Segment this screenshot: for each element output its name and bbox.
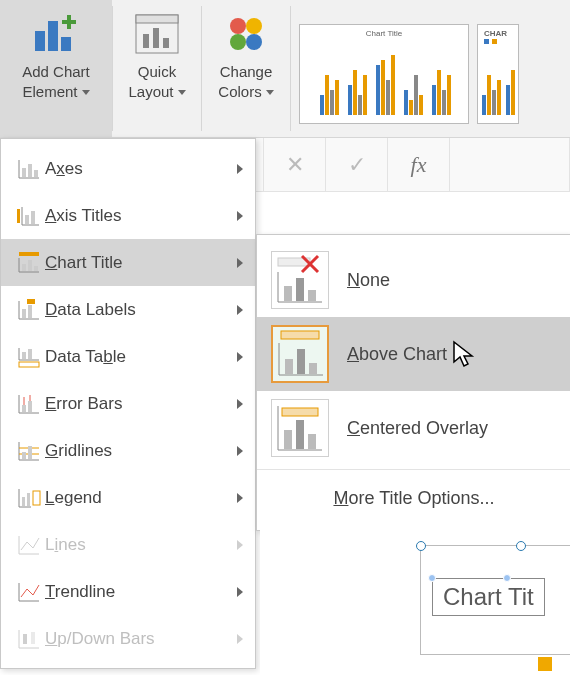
svg-rect-50 <box>19 252 39 256</box>
svg-rect-53 <box>22 264 26 271</box>
chart-style-thumb-1[interactable]: Chart Title <box>299 24 469 124</box>
svg-rect-65 <box>19 362 39 367</box>
svg-rect-55 <box>34 266 38 271</box>
svg-rect-60 <box>27 299 35 304</box>
menu-separator <box>257 469 570 470</box>
chevron-right-icon <box>237 493 243 503</box>
change-colors-button[interactable]: Change Colors <box>202 0 290 137</box>
menu-item-data-table[interactable]: Data Table <box>1 333 255 380</box>
chart-style-thumb-2[interactable]: CHAR <box>477 24 519 124</box>
svg-rect-7 <box>143 34 149 48</box>
chevron-down-icon <box>266 90 274 95</box>
svg-rect-18 <box>348 85 352 115</box>
formula-input[interactable] <box>450 138 570 191</box>
error-bars-icon <box>13 393 45 415</box>
legend-icon <box>13 487 45 509</box>
svg-rect-17 <box>335 80 339 115</box>
add-chart-element-label-1: Add Chart <box>22 62 90 82</box>
menu-item-legend[interactable]: Legend <box>1 474 255 521</box>
svg-rect-77 <box>28 446 32 459</box>
svg-rect-33 <box>447 75 451 115</box>
chart-title-box[interactable]: Chart Tit <box>432 578 545 616</box>
svg-rect-102 <box>285 359 293 374</box>
cancel-icon: ✕ <box>264 138 326 191</box>
svg-rect-37 <box>497 80 501 115</box>
submenu-item-more-options[interactable]: More Title Options... <box>257 474 570 522</box>
svg-rect-96 <box>284 286 292 301</box>
svg-rect-108 <box>296 420 304 449</box>
svg-rect-89 <box>23 634 27 644</box>
svg-rect-44 <box>34 170 38 177</box>
add-chart-element-icon <box>6 6 106 62</box>
svg-rect-58 <box>22 309 26 318</box>
svg-rect-99 <box>281 331 319 339</box>
svg-rect-81 <box>27 493 30 506</box>
trendline-icon <box>13 581 45 603</box>
svg-rect-20 <box>358 95 362 115</box>
svg-rect-104 <box>309 363 317 374</box>
change-colors-icon <box>208 6 284 62</box>
svg-rect-16 <box>330 90 334 115</box>
svg-rect-25 <box>391 55 395 115</box>
svg-rect-49 <box>31 211 35 224</box>
chevron-right-icon <box>237 634 243 644</box>
svg-rect-98 <box>308 290 316 301</box>
svg-rect-39 <box>511 70 515 115</box>
quick-layout-label-1: Quick <box>128 62 185 82</box>
chart-legend-swatch <box>538 657 552 671</box>
svg-rect-107 <box>284 430 292 449</box>
menu-item-trendline[interactable]: Trendline <box>1 568 255 615</box>
svg-rect-14 <box>320 95 324 115</box>
enter-icon: ✓ <box>326 138 388 191</box>
menu-item-axis-titles[interactable]: Axis Titles <box>1 192 255 239</box>
svg-rect-43 <box>28 164 32 177</box>
svg-rect-34 <box>482 95 486 115</box>
svg-rect-21 <box>363 75 367 115</box>
chart-title-text: Chart Tit <box>443 583 534 610</box>
svg-rect-63 <box>22 352 26 359</box>
add-chart-element-button[interactable]: Add Chart Element <box>0 0 112 137</box>
svg-point-10 <box>230 18 246 34</box>
svg-rect-82 <box>33 491 40 505</box>
chevron-right-icon <box>237 446 243 456</box>
svg-rect-0 <box>35 31 45 51</box>
svg-rect-30 <box>432 85 436 115</box>
chart-style-gallery: Chart Title CHAR <box>291 0 519 137</box>
submenu-item-above-chart[interactable]: Above Chart <box>257 317 570 391</box>
menu-item-chart-title[interactable]: Chart Title <box>1 239 255 286</box>
menu-item-data-labels[interactable]: Data Labels <box>1 286 255 333</box>
svg-point-12 <box>230 34 246 50</box>
svg-rect-15 <box>325 75 329 115</box>
menu-item-error-bars[interactable]: Error Bars <box>1 380 255 427</box>
svg-rect-8 <box>153 28 159 48</box>
chevron-down-icon <box>82 90 90 95</box>
data-labels-icon <box>13 299 45 321</box>
svg-rect-90 <box>31 632 35 644</box>
menu-item-gridlines[interactable]: Gridlines <box>1 427 255 474</box>
svg-rect-24 <box>386 80 390 115</box>
submenu-item-none[interactable]: None <box>257 243 570 317</box>
add-chart-element-label-2: Element <box>22 82 77 102</box>
menu-item-axes[interactable]: Axes <box>1 145 255 192</box>
svg-rect-35 <box>487 75 491 115</box>
chevron-right-icon <box>237 258 243 268</box>
axes-icon <box>13 158 45 180</box>
quick-layout-button[interactable]: Quick Layout <box>113 0 201 137</box>
chevron-right-icon <box>237 164 243 174</box>
quick-layout-icon <box>119 6 195 62</box>
menu-item-updown-bars: Up/Down Bars <box>1 615 255 662</box>
svg-point-11 <box>246 18 262 34</box>
updown-bars-icon <box>13 628 45 650</box>
svg-rect-22 <box>376 65 380 115</box>
svg-rect-76 <box>22 452 26 459</box>
chevron-right-icon <box>237 540 243 550</box>
add-chart-element-menu: Axes Axis Titles Chart Title Data Labels… <box>0 138 256 669</box>
quick-layout-label-2: Layout <box>128 82 173 102</box>
submenu-item-centered-overlay[interactable]: Centered Overlay <box>257 391 570 465</box>
chevron-down-icon <box>178 90 186 95</box>
insert-function-button[interactable]: fx <box>388 138 450 191</box>
svg-rect-32 <box>442 90 446 115</box>
chevron-right-icon <box>237 211 243 221</box>
change-colors-label-2: Colors <box>218 82 261 102</box>
svg-rect-110 <box>282 408 318 416</box>
